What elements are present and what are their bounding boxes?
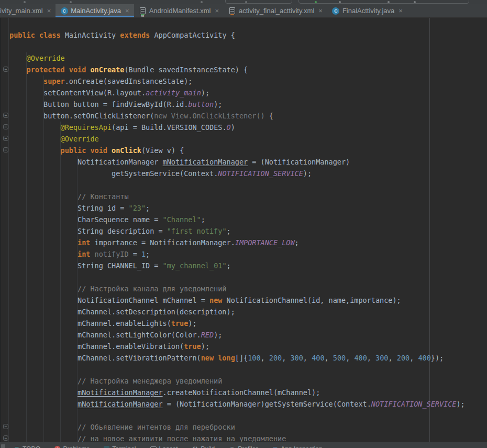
code-line: mNotificationManager = (NotificationMana… <box>9 398 487 410</box>
tab-label: MainActivity.java <box>71 7 121 15</box>
close-tab-icon[interactable]: × <box>125 7 129 15</box>
code-line: String id = "23"; <box>9 202 487 214</box>
code-line: public class MainActivity extends AppCom… <box>9 29 487 41</box>
fold-marker-icon[interactable]: − <box>3 424 8 429</box>
main-toolbar <box>0 0 487 4</box>
code-line: getSystemService(Context.NOTIFICATION_SE… <box>9 168 487 179</box>
code-line: NotificationManager mNotificationManager… <box>9 156 487 168</box>
code-line: @Override <box>9 52 487 64</box>
code-editor[interactable]: public class MainActivity extends AppCom… <box>0 18 487 442</box>
toolwindow-label: Problems <box>63 445 90 448</box>
toolwindow-label: App Inspection <box>281 445 322 448</box>
tab-label: FinalActtivity.java <box>342 7 394 15</box>
tab-label: ivity_main.xml <box>0 7 43 15</box>
toolwindow-label: Profiler <box>238 445 258 448</box>
problems-icon: ! <box>54 446 60 448</box>
toolwindow-app-inspection[interactable]: ▣App Inspection <box>272 445 322 448</box>
toolwindow-label: Logcat <box>159 445 178 448</box>
toolwindow-logcat[interactable]: Logcat <box>150 445 178 448</box>
toolbar-dot <box>414 1 416 3</box>
tab-label: activity_final_acttivity.xml <box>239 7 314 15</box>
fold-marker-icon[interactable]: − <box>3 113 8 118</box>
todo-icon: ≣ <box>14 446 20 448</box>
toolwindow-label: TODO <box>23 445 40 448</box>
code-line: int notifyID = 1; <box>9 248 487 260</box>
code-line: protected void onCreate(Bundle savedInst… <box>9 64 487 75</box>
toolbar-dot <box>388 1 390 3</box>
java-class-icon: C <box>332 7 340 15</box>
code-line: // на новое активити после нажатия на ув… <box>9 433 487 442</box>
run-button-green-dot[interactable] <box>315 1 317 3</box>
code-line: // Константы <box>9 191 487 202</box>
java-class-icon: C <box>60 7 68 15</box>
run-config-box[interactable] <box>225 0 292 4</box>
code-line: String CHANNEL_ID = "my_channel_01"; <box>9 260 487 271</box>
code-text: public class MainActivity extends AppCom… <box>9 29 487 442</box>
toolbar-dot <box>339 1 341 3</box>
fold-marker-icon[interactable]: − <box>3 147 8 152</box>
code-line: public void onClick(View v) { <box>9 145 487 156</box>
window-stripe-icon[interactable] <box>1 444 5 448</box>
tab-activity-final-acttivity-xml[interactable]: activity_final_acttivity.xml× <box>224 4 327 17</box>
fold-marker-icon[interactable]: − <box>3 435 8 441</box>
editor-tabs: ivity_main.xml×CMainActivity.java×MFAndr… <box>0 4 487 18</box>
close-tab-icon[interactable]: × <box>318 7 323 15</box>
code-line <box>9 41 487 52</box>
toolwindow-todo[interactable]: ≣TODO <box>14 445 40 448</box>
fold-marker-icon[interactable]: − <box>3 124 8 129</box>
code-line <box>9 271 487 283</box>
profiler-icon: ◷ <box>229 446 235 448</box>
device-selector-box[interactable] <box>298 0 469 4</box>
logcat-icon <box>150 446 157 448</box>
app-inspection-icon: ▣ <box>272 446 278 448</box>
manifest-file-icon: MF <box>139 7 147 15</box>
code-line: super.onCreate(savedInstanceState); <box>9 75 487 87</box>
fold-scope-line <box>6 75 6 442</box>
toolwindow-label: Terminal <box>112 445 136 448</box>
build-icon: ⚒ <box>192 446 198 448</box>
toolwindow-build[interactable]: ⚒Build <box>192 445 215 448</box>
code-line: @RequiresApi(api = Build.VERSION_CODES.O… <box>9 122 487 133</box>
code-line: String description = "first notify"; <box>9 225 487 237</box>
toolbar-dot <box>201 1 203 3</box>
code-line: int importance = NotificationManager.IMP… <box>9 237 487 248</box>
ide-window: ivity_main.xml×CMainActivity.java×MFAndr… <box>0 0 487 448</box>
code-line: @Override <box>9 133 487 145</box>
code-line: // Настройка менеджера уведомлений <box>9 375 487 387</box>
tab-ivity-main-xml[interactable]: ivity_main.xml× <box>0 4 56 17</box>
toolbar-dot <box>70 1 72 3</box>
tab-finalacttivity-java[interactable]: CFinalActtivity.java× <box>327 4 407 17</box>
code-line <box>9 179 487 191</box>
toolwindow-profiler[interactable]: ◷Profiler <box>229 445 258 448</box>
code-line: // Настройка канала для уведомлений <box>9 283 487 294</box>
code-line: setContentView(R.layout.activity_main); <box>9 87 487 99</box>
tab-mainactivity-java[interactable]: CMainActivity.java× <box>56 4 134 17</box>
code-line: NotificationChannel mChannel = new Notif… <box>9 294 487 306</box>
code-line: Button button = findViewById(R.id.button… <box>9 99 487 110</box>
code-line <box>9 410 487 421</box>
tab-label: AndroidManifest.xml <box>149 7 211 15</box>
code-line: mChannel.setLightColor(Color.RED); <box>9 329 487 341</box>
editor-left-edge <box>0 18 1 442</box>
toolbar-dot <box>24 1 26 3</box>
code-line: mNotificationManager.createNotificationC… <box>9 387 487 398</box>
tab-androidmanifest-xml[interactable]: MFAndroidManifest.xml× <box>134 4 224 17</box>
toolwindow-label: Build <box>201 445 215 448</box>
close-tab-icon[interactable]: × <box>47 7 51 15</box>
code-line <box>9 364 487 375</box>
code-line: mChannel.enableLights(true); <box>9 318 487 329</box>
close-tab-icon[interactable]: × <box>399 7 403 15</box>
fold-marker-icon[interactable]: − <box>3 67 8 72</box>
tool-window-bar: ≣TODO!Problems>_TerminalLogcat⚒Build◷Pro… <box>0 442 487 448</box>
code-line: CharSequence name = "Channel"; <box>9 214 487 225</box>
terminal-icon: >_ <box>104 446 109 448</box>
fold-marker-icon[interactable]: − <box>3 136 8 141</box>
code-line: button.setOnClickListener(new View.OnCli… <box>9 110 487 122</box>
code-line: mChannel.setDescription(description); <box>9 306 487 318</box>
code-line: mChannel.enableVibration(true); <box>9 341 487 352</box>
toolwindow-terminal[interactable]: >_Terminal <box>104 445 136 448</box>
code-line: // Обьявление интентов для переброски <box>9 421 487 433</box>
layout-file-icon <box>228 7 236 15</box>
close-tab-icon[interactable]: × <box>215 7 219 15</box>
toolwindow-problems[interactable]: !Problems <box>54 445 90 448</box>
